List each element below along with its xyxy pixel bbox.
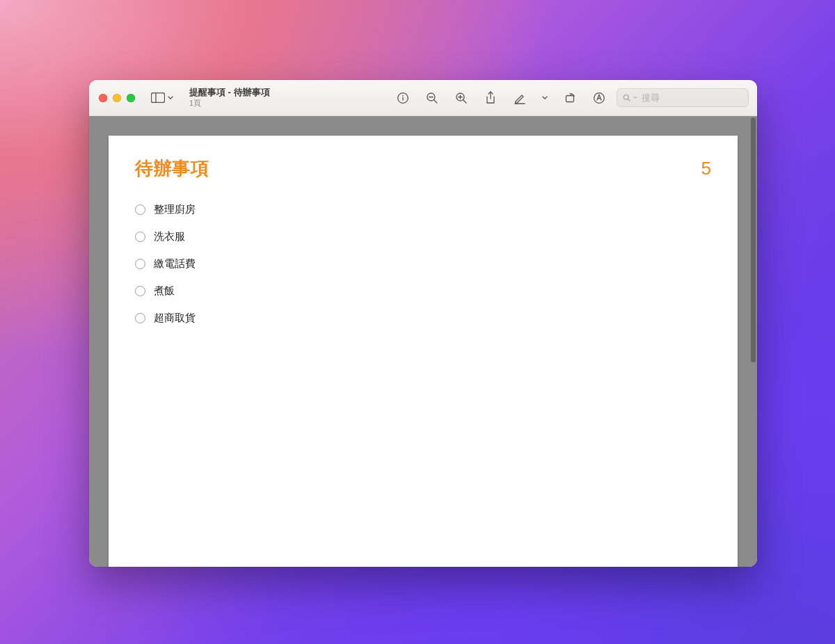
document-header: 待辦事項 5: [135, 156, 711, 181]
chevron-down-icon: [168, 96, 173, 100]
scrollbar-thumb[interactable]: [751, 118, 756, 362]
window-controls: [99, 94, 135, 102]
desktop-wallpaper: 提醒事項 - 待辦事項 1頁: [0, 0, 835, 644]
svg-line-6: [434, 99, 437, 102]
zoom-in-button[interactable]: [450, 88, 473, 108]
svg-point-3: [402, 95, 404, 96]
window-title-block: 提醒事項 - 待辦事項 1頁: [189, 88, 270, 108]
todo-text: 繳電話費: [154, 257, 196, 271]
info-icon: [397, 92, 409, 104]
info-button[interactable]: [391, 88, 415, 108]
unchecked-circle-icon: [135, 204, 145, 215]
share-icon: [485, 91, 496, 104]
todo-text: 超商取貨: [154, 312, 196, 325]
todo-item: 繳電話費: [135, 250, 711, 277]
unchecked-circle-icon: [135, 286, 145, 296]
unchecked-circle-icon: [135, 232, 145, 242]
chevron-down-icon: [542, 96, 548, 100]
todo-text: 洗衣服: [154, 230, 185, 243]
window-titlebar: 提醒事項 - 待辦事項 1頁: [89, 80, 757, 116]
highlighter-icon: [593, 92, 605, 104]
close-button[interactable]: [99, 94, 107, 102]
zoom-out-icon: [426, 92, 438, 104]
markup-menu-button[interactable]: [537, 88, 552, 108]
search-input[interactable]: [642, 92, 742, 103]
search-field[interactable]: [617, 88, 749, 107]
svg-line-9: [463, 99, 466, 102]
minimize-button[interactable]: [113, 94, 121, 102]
preview-window: 提醒事項 - 待辦事項 1頁: [89, 80, 757, 567]
rotate-button[interactable]: [558, 88, 582, 108]
document-page: 待辦事項 5 整理廚房 洗衣服 繳電話費: [109, 136, 738, 567]
share-button[interactable]: [479, 88, 502, 108]
pencil-icon: [514, 92, 526, 104]
svg-line-16: [628, 99, 630, 101]
svg-rect-0: [152, 93, 165, 103]
search-icon: [623, 93, 630, 102]
highlight-button[interactable]: [587, 88, 611, 108]
svg-rect-4: [402, 97, 403, 100]
list-title: 待辦事項: [135, 156, 209, 181]
todo-list: 整理廚房 洗衣服 繳電話費 煮飯: [135, 196, 711, 332]
zoom-out-button[interactable]: [420, 88, 444, 108]
todo-item: 洗衣服: [135, 223, 711, 250]
list-count: 5: [701, 158, 711, 179]
rotate-icon: [564, 92, 576, 104]
unchecked-circle-icon: [135, 313, 145, 323]
chevron-down-icon: [633, 96, 637, 99]
document-viewport[interactable]: 待辦事項 5 整理廚房 洗衣服 繳電話費: [89, 116, 757, 567]
fullscreen-button[interactable]: [127, 94, 135, 102]
todo-item: 超商取貨: [135, 305, 711, 332]
zoom-in-icon: [455, 92, 468, 104]
markup-button[interactable]: [508, 88, 532, 108]
todo-item: 煮飯: [135, 277, 711, 305]
sidebar-icon: [151, 92, 165, 103]
window-subtitle: 1頁: [189, 99, 270, 108]
window-title: 提醒事項 - 待辦事項: [189, 88, 270, 98]
sidebar-toggle-button[interactable]: [150, 88, 174, 108]
unchecked-circle-icon: [135, 259, 145, 269]
scrollbar-track[interactable]: [751, 118, 756, 563]
todo-text: 整理廚房: [154, 203, 196, 216]
todo-text: 煮飯: [154, 284, 175, 298]
svg-rect-13: [566, 95, 574, 102]
todo-item: 整理廚房: [135, 196, 711, 223]
